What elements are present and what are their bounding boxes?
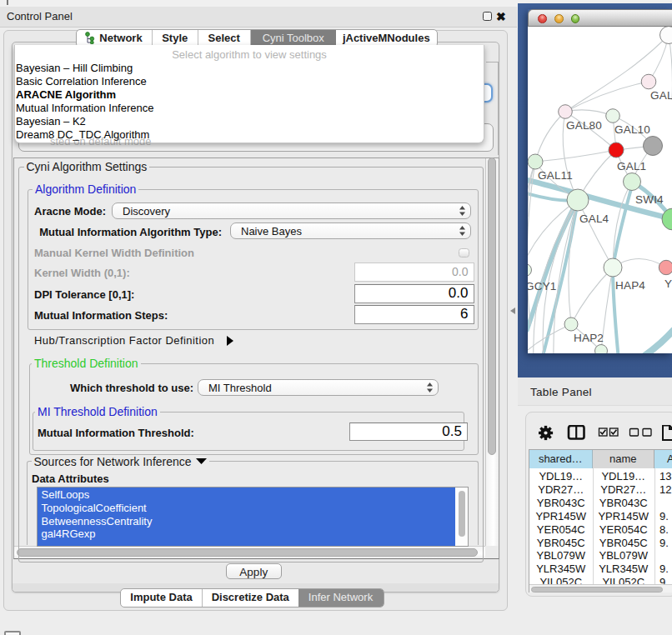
- svg-text:GAL: GAL: [650, 89, 672, 102]
- svg-text:GAL1: GAL1: [617, 160, 646, 172]
- svg-text:GCY1: GCY1: [528, 280, 557, 292]
- svg-text:Y: Y: [664, 278, 672, 290]
- svg-text:GAL80: GAL80: [566, 119, 602, 132]
- svg-text:GAL10: GAL10: [614, 123, 650, 136]
- svg-text:SWI4: SWI4: [635, 193, 664, 206]
- svg-text:GAL4: GAL4: [579, 212, 609, 225]
- svg-text:GAL11: GAL11: [538, 169, 573, 182]
- svg-text:HAP4: HAP4: [615, 279, 645, 292]
- svg-text:HAP2: HAP2: [574, 332, 604, 344]
